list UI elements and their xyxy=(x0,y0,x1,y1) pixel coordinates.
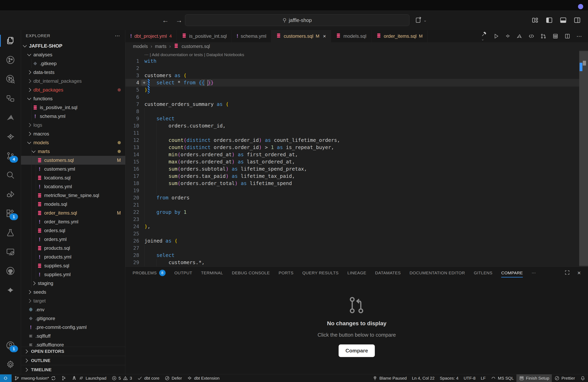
status-indentation[interactable]: Spaces: 4 xyxy=(437,374,461,382)
toggle-panel-icon[interactable] xyxy=(560,17,567,24)
tree-item-metricflow-time-spine-sql[interactable]: metricflow_time_spine.sql xyxy=(21,191,125,200)
tree-item-logs[interactable]: logs xyxy=(21,121,125,130)
code-line-23[interactable]: 23 xyxy=(126,216,588,223)
hammer-icon[interactable]: ⌄ xyxy=(481,31,487,41)
close-panel-icon[interactable]: × xyxy=(577,269,581,276)
panel-tab-output[interactable]: OUTPUT xyxy=(174,267,192,279)
sidebar-section-open-editors[interactable]: OPEN EDITORS xyxy=(21,347,125,356)
code-line-18[interactable]: 18 sum(orders.order_total) as lifetime_s… xyxy=(126,180,588,187)
code-line-2[interactable]: 2 xyxy=(126,65,588,72)
run-icon[interactable] xyxy=(493,33,499,39)
source-control-icon[interactable]: 4 xyxy=(0,146,21,165)
tree-item-marts[interactable]: marts xyxy=(21,147,125,156)
command-center-search[interactable]: ⚲ jaffle-shop xyxy=(185,14,409,26)
tree-item--sqlfluffignore[interactable]: .sqlfluffignore xyxy=(21,341,125,347)
status-git-graph[interactable] xyxy=(59,374,69,382)
panel-tab-documentation-editor[interactable]: DOCUMENTATION EDITOR xyxy=(410,267,465,279)
tree-item-data-tests[interactable]: data-tests xyxy=(21,68,125,77)
breadcrumb-item[interactable]: marts xyxy=(155,44,167,49)
sidebar-section-outline[interactable]: OUTLINE xyxy=(21,356,125,365)
breadcrumb-file[interactable]: customers.sql xyxy=(182,44,210,49)
tree-item-schema-yml[interactable]: !schema.yml xyxy=(21,112,125,121)
query-table-icon[interactable] xyxy=(552,33,558,39)
compare-button[interactable]: Compare xyxy=(339,344,375,357)
tree-item--env[interactable]: .env xyxy=(21,305,125,314)
more-actions-icon[interactable]: ⋯ xyxy=(576,33,582,39)
code-line-7[interactable]: 7customer_orders_summary as ( xyxy=(126,101,588,108)
altimate-logo-icon[interactable] xyxy=(0,108,21,127)
dbt-filled-icon[interactable] xyxy=(0,281,21,300)
code-line-12[interactable]: 12 count(distinct orders.order_id) as co… xyxy=(126,137,588,144)
tab-schema-yml[interactable]: !schema.yml xyxy=(232,30,272,42)
breadcrumb[interactable]: models›marts›customers.sql xyxy=(126,42,588,50)
settings-gear-icon[interactable] xyxy=(0,355,21,374)
search-icon[interactable] xyxy=(0,165,21,185)
tree-item-orders-yml[interactable]: !orders.yml xyxy=(21,235,125,244)
tree-item-locations-sql[interactable]: locations.sql xyxy=(21,173,125,182)
code-line-25[interactable]: 25 xyxy=(126,230,588,237)
panel-tab-compare[interactable]: COMPARE xyxy=(501,267,523,279)
tree-item-order-items-sql[interactable]: order_items.sqlM xyxy=(21,209,125,217)
tree-item--pre-commit-config-yaml[interactable]: !.pre-commit-config.yaml xyxy=(21,323,125,332)
code-line-16[interactable]: 16 sum(orders.subtotal) as lifetime_spen… xyxy=(126,165,588,173)
tree-item-locations-yml[interactable]: !locations.yml xyxy=(21,182,125,191)
status-language-mode[interactable]: MS SQL xyxy=(488,374,516,382)
status-notifications-bell[interactable] xyxy=(578,374,588,382)
maximize-panel-icon[interactable] xyxy=(564,270,570,276)
code-editor[interactable]: ⋯ | Add documentation or tests | Datapil… xyxy=(126,50,588,267)
status-dbt-core[interactable]: dbt core xyxy=(135,374,162,382)
dbt-x-icon[interactable] xyxy=(505,34,510,39)
extensions-icon[interactable]: 1 xyxy=(0,204,21,223)
remote-explorer-icon[interactable] xyxy=(0,242,21,261)
panel-tab--[interactable]: ⋯ xyxy=(532,267,536,279)
code-line-21[interactable]: 21 xyxy=(126,201,588,209)
code-line-27[interactable]: 27 xyxy=(126,245,588,252)
code-line-24[interactable]: 24), xyxy=(126,223,588,230)
tab-dbt-project-yml[interactable]: !dbt_project.yml4 xyxy=(126,30,177,42)
nav-back-icon[interactable]: ← xyxy=(162,16,169,24)
tab-customers-sql[interactable]: customers.sqlM× xyxy=(271,30,331,42)
tree-item-models[interactable]: models xyxy=(21,138,125,147)
tree-item--sqlfluff[interactable]: .sqlfluff xyxy=(21,332,125,341)
toggle-primary-sidebar-icon[interactable] xyxy=(546,17,553,24)
tree-item-customers-sql[interactable]: customers.sqlM xyxy=(21,156,125,165)
panel-tab-lineage[interactable]: LINEAGE xyxy=(347,267,366,279)
status-finish-setup[interactable]: Finish Setup xyxy=(516,374,552,382)
code-line-15[interactable]: 15 max(orders.ordered_at) as last_ordere… xyxy=(126,158,588,165)
code-line-13[interactable]: 13 count(distinct orders.order_id) > 1 a… xyxy=(126,144,588,151)
code-line-8[interactable]: 8 xyxy=(126,108,588,115)
panel-tab-problems[interactable]: PROBLEMS8 xyxy=(133,267,166,279)
panel-tab-terminal[interactable]: TERMINAL xyxy=(201,267,223,279)
tree-item-is-positive-int-sql[interactable]: is_positive_int.sql xyxy=(21,103,125,112)
code-line-3[interactable]: 3customers as ( xyxy=(126,72,588,79)
panel-tab-ports[interactable]: PORTS xyxy=(279,267,294,279)
status-launchpad[interactable]: Launchpad xyxy=(69,374,109,382)
breadcrumb-item[interactable]: models xyxy=(133,44,148,49)
panel-tab-gitlens[interactable]: GITLENS xyxy=(474,267,492,279)
tab-is-positive-int-sql[interactable]: is_positive_int.sql xyxy=(177,30,232,42)
tree-item-dbt-internal-packages[interactable]: dbt_internal_packages xyxy=(21,77,125,86)
tree-item-products-sql[interactable]: products.sql xyxy=(21,244,125,252)
test-beaker-icon[interactable] xyxy=(0,223,21,242)
codelens-actions[interactable]: ⋯ | Add documentation or tests | Datapil… xyxy=(144,52,588,57)
code-line-17[interactable]: 17 sum(orders.tax_paid) as lifetime_tax_… xyxy=(126,173,588,180)
status-encoding[interactable]: UTF-8 xyxy=(461,374,478,382)
altimate-icon[interactable] xyxy=(516,33,522,39)
code-line-9[interactable]: 9 select xyxy=(126,115,588,122)
code-line-26[interactable]: 26joined as ( xyxy=(126,237,588,245)
code-line-6[interactable]: 6 xyxy=(126,94,588,101)
status-cursor-position[interactable]: Ln 4, Col 22 xyxy=(409,374,437,382)
tree-item-dbt-packages[interactable]: dbt_packages xyxy=(21,86,125,94)
tree-item-target[interactable]: target xyxy=(21,296,125,305)
nav-forward-icon[interactable]: → xyxy=(176,16,182,24)
code-line-4[interactable]: 4+ select * from {{ }} xyxy=(126,79,588,86)
sidebar-section-timeline[interactable]: TIMELINE xyxy=(21,365,125,374)
customize-layout-icon[interactable] xyxy=(532,17,539,24)
tree-item-staging[interactable]: staging xyxy=(21,279,125,288)
github-icon[interactable] xyxy=(0,261,21,281)
git-compare-icon[interactable] xyxy=(540,33,546,39)
panel-tab-datamates[interactable]: DATAMATES xyxy=(375,267,401,279)
tree-item-functions[interactable]: functions xyxy=(21,94,125,103)
code-line-19[interactable]: 19 xyxy=(126,187,588,194)
tree-item-customers-yml[interactable]: !customers.yml xyxy=(21,165,125,173)
